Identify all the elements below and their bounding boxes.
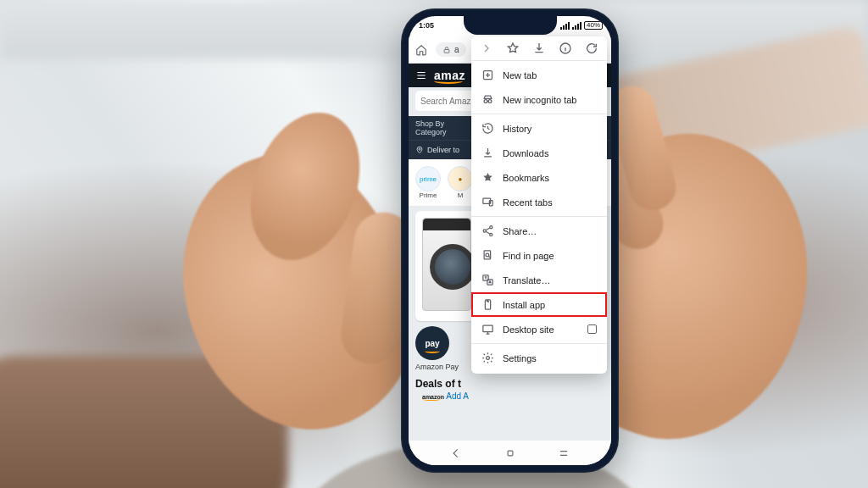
scene-background: 1:05 40% a [0, 0, 868, 488]
amazon-logo[interactable]: amaz [434, 69, 465, 82]
menu-separator [471, 114, 607, 114]
menu-bookmarks[interactable]: Bookmarks [471, 165, 607, 190]
lock-icon [442, 46, 451, 54]
menu-recent-tabs[interactable]: Recent tabs [471, 190, 607, 214]
amazon-pay-icon: pay [415, 326, 449, 360]
share-icon [481, 225, 494, 237]
svg-point-17 [487, 357, 490, 360]
home-icon[interactable] [415, 44, 427, 56]
incognito-icon [481, 93, 494, 106]
devices-icon [481, 196, 494, 208]
download-icon [481, 147, 494, 159]
menu-share[interactable]: Share… [471, 219, 607, 243]
prime-chip[interactable]: prime Prime [415, 166, 441, 199]
menu-desktop-site[interactable]: Desktop site [471, 317, 607, 341]
gear-icon [481, 352, 494, 364]
info-icon[interactable] [559, 42, 572, 55]
deals-heading: Deals of t [415, 378, 604, 390]
nav-home-icon[interactable] [504, 447, 516, 459]
desktop-checkbox[interactable] [587, 324, 597, 334]
menu-downloads[interactable]: Downloads [471, 141, 607, 165]
menu-settings[interactable]: Settings [471, 346, 607, 370]
forward-icon[interactable] [480, 42, 493, 55]
svg-point-9 [483, 230, 486, 232]
appliance-image [422, 218, 471, 311]
menu-separator [471, 343, 607, 344]
status-time: 1:05 [419, 21, 434, 30]
desktop-icon [481, 323, 494, 336]
hamburger-icon[interactable] [415, 69, 427, 81]
history-icon [481, 122, 494, 135]
star-icon[interactable] [506, 42, 520, 55]
android-nav-bar [409, 440, 611, 465]
phone-screen: 1:05 40% a [409, 16, 611, 465]
address-bar[interactable]: a [436, 42, 466, 57]
svg-point-12 [486, 253, 489, 257]
phone-frame: 1:05 40% a [401, 8, 619, 473]
signal-icon [560, 22, 570, 30]
menu-action-row [471, 36, 607, 58]
menu-incognito[interactable]: New incognito tab [471, 87, 607, 112]
translate-icon [481, 274, 494, 286]
find-icon [481, 249, 494, 262]
svg-rect-0 [444, 49, 449, 53]
svg-point-8 [490, 226, 492, 229]
install-icon [481, 298, 494, 311]
svg-point-4 [484, 100, 487, 103]
menu-find-in-page[interactable]: Find in page [471, 243, 607, 268]
refresh-icon[interactable] [585, 42, 598, 55]
svg-point-10 [490, 233, 492, 236]
add-link[interactable]: Add A [446, 391, 469, 401]
chip-item[interactable]: ● M [448, 166, 473, 199]
search-placeholder: Search Amaz [420, 97, 470, 106]
menu-translate[interactable]: Translate… [471, 268, 607, 292]
svg-point-5 [488, 100, 492, 103]
svg-point-1 [419, 148, 420, 150]
amazon-pay-label: Amazon Pay [415, 363, 459, 371]
plus-square-icon [481, 69, 494, 81]
amazon-mini-logo: amazon [422, 394, 444, 400]
star-icon [481, 171, 494, 184]
location-icon [415, 146, 424, 154]
signal-icon [572, 22, 581, 30]
svg-rect-18 [508, 451, 513, 456]
nav-recents-icon[interactable] [558, 447, 570, 459]
menu-separator [471, 60, 607, 61]
menu-separator [471, 216, 607, 217]
nav-back-icon[interactable] [450, 447, 462, 459]
phone-notch [464, 16, 557, 35]
browser-overflow-menu: New tab New incognito tab History Downlo… [471, 36, 607, 374]
url-text: a [454, 45, 459, 54]
svg-rect-16 [483, 325, 492, 332]
menu-new-tab[interactable]: New tab [471, 63, 607, 87]
menu-history[interactable]: History [471, 116, 607, 141]
battery-indicator: 40% [584, 21, 603, 30]
download-icon[interactable] [532, 42, 546, 55]
menu-install-app[interactable]: Install app [471, 292, 607, 317]
